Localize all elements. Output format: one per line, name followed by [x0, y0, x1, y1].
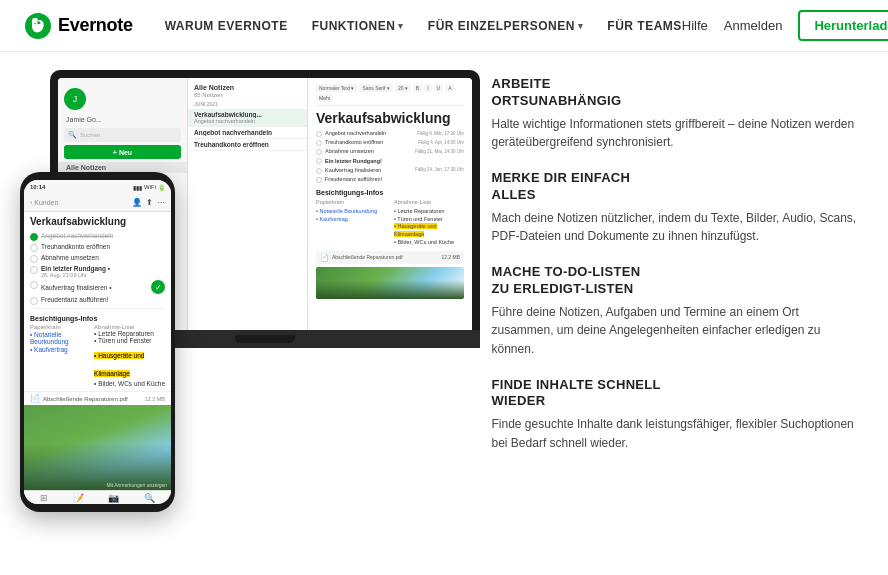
phone-divider — [30, 308, 165, 309]
phone-col-papierkram: Papierkram • Notarielle Beurkundung • Ka… — [30, 324, 88, 387]
phone-checkbox-done — [30, 233, 38, 241]
laptop-task-2: Treuhandkonto eröffnen Fällig 4. Apr, 14… — [316, 139, 464, 147]
search-icon: 🔍 — [68, 131, 77, 139]
download-button[interactable]: Herunterladen — [798, 10, 888, 41]
phone-nav-home[interactable]: ⊞ — [40, 493, 48, 503]
laptop-editor-content: Angebot nachverhandeln Fällig 9. Mär, 17… — [316, 130, 464, 299]
phone-checkbox-5 — [30, 281, 38, 289]
phone-note-header: Verkaufsabwicklung — [24, 212, 171, 231]
signal-icon: ▮▮▮ — [133, 184, 142, 191]
toolbar-italic[interactable]: I — [424, 84, 431, 92]
phone-mockup: 10:14 ▮▮▮ WiFi 🔋 ‹ Kunden 👤 ⬆ ⋯ — [20, 172, 175, 512]
feature-desc-3: Führe deine Notizen, Aufgaben und Termin… — [492, 303, 860, 359]
phone-checkbox-4 — [30, 266, 38, 274]
phone-checkbox-3 — [30, 255, 38, 263]
phone-status-icons: ▮▮▮ WiFi 🔋 — [133, 184, 165, 191]
phone-checkbox-2 — [30, 244, 38, 252]
help-link[interactable]: Hilfe — [682, 18, 708, 33]
laptop-section-header: Besichtigungs-Infos — [316, 188, 464, 198]
features-area: ARBEITEORTSUNABHÄNGIG Halte wichtige Inf… — [480, 52, 888, 575]
toolbar-underline[interactable]: U — [434, 84, 444, 92]
laptop-note-item-2[interactable]: Angebot nachverhandeln — [188, 127, 307, 139]
phone-nav-search[interactable]: 🔍 — [144, 493, 155, 503]
toolbar-text-style[interactable]: Normaler Text ▾ — [316, 84, 357, 92]
laptop-col-abnahme: Abnahme-Liste • Letzte Reparaturen • Tür… — [394, 199, 464, 246]
phone-share-icon[interactable]: ⬆ — [146, 198, 153, 207]
laptop-note-count: 85 Notizen — [188, 92, 307, 100]
laptop-two-col: Papierkram • Notarielle Beurkundung • Ka… — [316, 199, 464, 246]
phone-task-6: Freudentanz aufführen! — [24, 295, 171, 306]
laptop-search-box[interactable]: 🔍 Suchen — [64, 128, 181, 142]
feature-desc-1: Halte wichtige Informationen stets griff… — [492, 115, 860, 152]
phone-back-label[interactable]: ‹ Kunden — [30, 199, 58, 206]
feature-title-1: ARBEITEORTSUNABHÄNGIG — [492, 76, 860, 110]
checkmark-badge: ✓ — [151, 280, 165, 294]
phone-more-icon[interactable]: ⋯ — [157, 198, 165, 207]
evernote-logo-icon — [24, 12, 52, 40]
nav-item-teams[interactable]: FÜR TEAMS — [607, 19, 682, 33]
chevron-down-icon: ▾ — [578, 21, 584, 31]
phone-task-3: Abnahme umsetzen — [24, 253, 171, 264]
feature-item-4: FINDE INHALTE SCHNELLWIEDER Finde gesuch… — [492, 377, 860, 453]
toolbar-bold[interactable]: B — [413, 84, 422, 92]
laptop-note-list: Alle Notizen 85 Notizen JUNI 2021 Verkau… — [188, 78, 308, 330]
logo-text: Evernote — [58, 15, 133, 36]
phone-section-title: Besichtigungs-Infos — [30, 315, 165, 322]
phone-task-2: Treuhandkonto eröffnen — [24, 242, 171, 253]
nav-item-warum[interactable]: WARUM EVERNOTE — [165, 19, 288, 33]
laptop-photo — [316, 267, 464, 299]
feature-item-2: MERKE DIR EINFACHALLES Mach deine Notize… — [492, 170, 860, 246]
laptop-editor: Normaler Text ▾ Sans Serif ▾ 20 ▾ B I U … — [308, 78, 472, 330]
battery-icon: 🔋 — [158, 184, 165, 191]
phone-screen: 10:14 ▮▮▮ WiFi 🔋 ‹ Kunden 👤 ⬆ ⋯ — [24, 180, 171, 504]
toolbar-more[interactable]: Mehr — [316, 94, 333, 102]
laptop-new-button[interactable]: + Neu — [64, 145, 181, 159]
laptop-date-label: JUNI 2021 — [188, 100, 307, 109]
laptop-task-6: Freudentanz aufführen! — [316, 176, 464, 184]
svg-point-1 — [34, 22, 36, 24]
phone-attachment: 📄 Abschließende Reparaturen.pdf 12.2 MB — [24, 391, 171, 405]
phone-checkbox-6 — [30, 297, 38, 305]
devices-area: J Jamie Go... 🔍 Suchen + Neu Alle Notize… — [0, 52, 480, 575]
phone-header-icons: 👤 ⬆ ⋯ — [132, 198, 165, 207]
phone-person-icon[interactable]: 👤 — [132, 198, 142, 207]
feature-title-2: MERKE DIR EINFACHALLES — [492, 170, 860, 204]
laptop-toolbar: Normaler Text ▾ Sans Serif ▾ 20 ▾ B I U … — [316, 84, 464, 106]
toolbar-color[interactable]: A — [445, 84, 454, 92]
laptop-note-item-1[interactable]: Verkaufsabwicklung... Angebot nachverhan… — [188, 109, 307, 127]
laptop-task-4: Ein letzter Rundgang! — [316, 158, 464, 166]
toolbar-size[interactable]: 20 ▾ — [395, 84, 411, 92]
feature-title-3: MACHE TO-DO-LISTENZU ERLEDIGT-LISTEN — [492, 264, 860, 298]
phone-time: 10:14 — [30, 184, 45, 190]
phone-task-4: Ein letzter Rundgang • 28. Aug, 21:09 Uh… — [24, 264, 171, 279]
laptop-note-item-3[interactable]: Treuhandkonto eröffnen — [188, 139, 307, 151]
laptop-attachment: 📄 Abschließende Reparaturen.pdf 12.2 MB — [316, 251, 464, 265]
laptop-user-avatar: J — [64, 88, 86, 110]
phone-nav-camera[interactable]: 📷 — [108, 493, 119, 503]
phone-col-abnahme: Abnahme-Liste • Letzte Reparaturen • Tür… — [94, 324, 165, 387]
header: Evernote WARUM EVERNOTE FUNKTIONEN ▾ FÜR… — [0, 0, 888, 52]
nav-item-funktionen[interactable]: FUNKTIONEN ▾ — [312, 19, 404, 33]
laptop-editor-title: Verkaufsabwicklung — [316, 110, 464, 126]
phone-nav-notes[interactable]: 📝 — [73, 493, 84, 503]
laptop-note-list-title: Alle Notizen — [188, 82, 307, 92]
phone-bottom-bar: ⊞ 📝 📷 🔍 — [24, 490, 171, 504]
laptop-new-label: + Neu — [113, 149, 132, 156]
pdf-icon: 📄 — [320, 253, 329, 263]
toolbar-font[interactable]: Sans Serif ▾ — [359, 84, 392, 92]
feature-desc-2: Mach deine Notizen nützlicher, indem du … — [492, 209, 860, 246]
login-link[interactable]: Anmelden — [724, 18, 783, 33]
phone-task-1: Angebot nachverhandeln — [24, 231, 171, 242]
phone-two-col: Papierkram • Notarielle Beurkundung • Ka… — [30, 324, 165, 387]
feature-item-3: MACHE TO-DO-LISTENZU ERLEDIGT-LISTEN Füh… — [492, 264, 860, 359]
laptop-task-1: Angebot nachverhandeln Fällig 9. Mär, 17… — [316, 130, 464, 138]
logo-area[interactable]: Evernote — [24, 12, 133, 40]
laptop-task-5: Kaufvertrag finalisieren Fällig 24. Jun,… — [316, 167, 464, 175]
phone-section: Besichtigungs-Infos Papierkram • Notarie… — [24, 311, 171, 389]
phone-status-bar: 10:14 ▮▮▮ WiFi 🔋 — [24, 180, 171, 194]
nav-item-einzelpersonen[interactable]: FÜR EINZELPERSONEN ▾ — [428, 19, 584, 33]
laptop-col-papierkram: Papierkram • Notarielle Beurkundung • Ka… — [316, 199, 386, 246]
laptop-task-3: Abnahme umsetzen Fällig 21. Mai, 14:30 U… — [316, 148, 464, 156]
laptop-notch — [235, 335, 295, 343]
feature-desc-4: Finde gesuchte Inhalte dank leistungsfäh… — [492, 415, 860, 452]
